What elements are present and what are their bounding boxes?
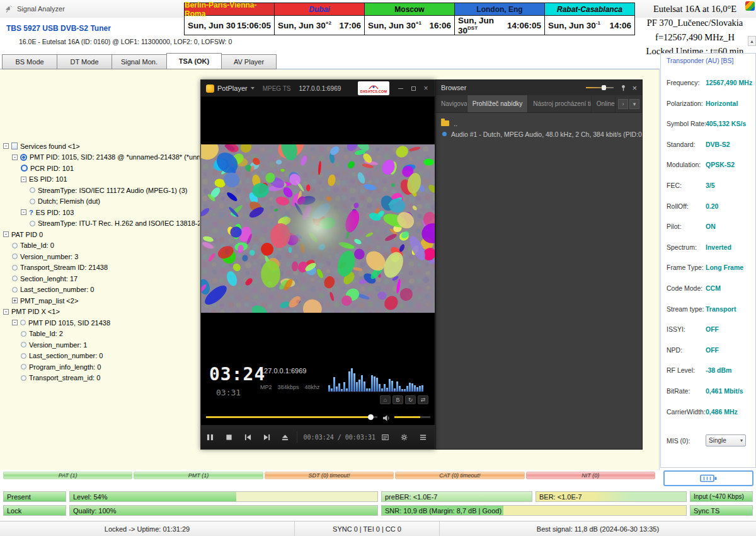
previous-button[interactable] xyxy=(238,425,257,449)
repeat-button[interactable]: ↻ xyxy=(405,395,416,404)
pause-button[interactable] xyxy=(201,425,220,449)
transponder-panel: Transponder (AU) [BS] Frequency:12567,49… xyxy=(660,53,756,468)
pid-bar-sdt-0-timeout: SDT (0) timeout! xyxy=(265,472,394,479)
pin-icon[interactable] xyxy=(620,84,627,91)
tab-tsa-ok[interactable]: TSA (OK) xyxy=(166,53,222,69)
player-close-button[interactable]: × xyxy=(420,83,432,94)
tree-item[interactable]: Section_lenght: 17 xyxy=(3,273,200,284)
volume-slider[interactable] xyxy=(394,416,430,418)
tree-item[interactable]: -?ES PID: 103 xyxy=(3,207,200,218)
slider-knob[interactable] xyxy=(602,85,606,90)
playlist-button[interactable] xyxy=(375,434,394,441)
seek-bar[interactable] xyxy=(206,416,377,418)
menu-button[interactable] xyxy=(413,434,432,441)
ab-repeat-button[interactable]: B xyxy=(392,395,403,404)
volume-icon[interactable] xyxy=(382,413,391,424)
collapse-icon[interactable]: - xyxy=(12,154,18,160)
shuffle-button[interactable]: ⇄ xyxy=(418,395,428,404)
tree-item[interactable]: -Services found <1> xyxy=(3,141,200,152)
tree-item[interactable]: PCR PID: 101 xyxy=(3,163,200,174)
transponder-label: CarrierWidth: xyxy=(667,408,706,428)
browser-tab-navigovat[interactable]: Navigovat xyxy=(436,95,467,112)
tab-scroll-button[interactable]: › xyxy=(618,99,628,109)
tree-item[interactable]: -ES PID: 101 xyxy=(3,174,200,185)
tab-signal-mon[interactable]: Signal Mon. xyxy=(112,54,167,69)
tab-list-button[interactable]: ▾ xyxy=(629,99,639,109)
tab-av-player[interactable]: AV Player xyxy=(221,54,277,69)
tree-item[interactable]: +PMT_map_list <2> xyxy=(3,295,200,306)
browser-close-button[interactable]: × xyxy=(632,83,637,93)
browser-item[interactable]: .. xyxy=(436,118,642,129)
expand-icon[interactable]: + xyxy=(12,298,18,303)
tree-item[interactable]: Last_section_number: 0 xyxy=(3,351,200,362)
browser-opacity-slider[interactable] xyxy=(586,84,614,91)
transponder-value: 405,132 KS/s xyxy=(706,120,746,139)
tab-bs-mode[interactable]: BS Mode xyxy=(2,54,57,69)
tree-item[interactable]: StreamType: ISO/IEC 11172 Audio (MPEG-1)… xyxy=(3,185,200,196)
tree-item[interactable]: Transport_stream_id: 0 xyxy=(3,373,200,384)
tree-label: Version_number: 3 xyxy=(20,253,78,260)
collapse-icon[interactable]: - xyxy=(3,143,9,149)
tree-item[interactable]: Program_info_length: 0 xyxy=(3,361,200,373)
browser-item[interactable]: Audio #1 - Dutch, MPEG Audio, 48.0 kHz, … xyxy=(436,129,642,139)
tree-item[interactable]: StreamType: ITU-T Rec. H.262 and ISO/IEC… xyxy=(3,218,200,230)
tree-item[interactable]: -PMT PID: 1015, SID: 21438 @ *unnamed-21… xyxy=(3,152,200,163)
tuner-detail: 16.0E - Eutelsat 16A (ID: 0160) @ LOF1: … xyxy=(19,38,232,45)
collapse-icon[interactable]: - xyxy=(3,309,9,315)
frequency-info: f=12567,490 MHz_H xyxy=(634,30,756,44)
transponder-value: 3/5 xyxy=(706,182,715,201)
bullet-icon xyxy=(21,331,26,337)
tree-item[interactable]: Dutch; Flemish (dut) xyxy=(3,196,200,207)
collapse-icon[interactable]: - xyxy=(12,320,18,325)
clock-rabat-casablanca: Rabat-CasablancaSun, Jun 30-114:06 xyxy=(544,3,635,35)
transponder-label: Code Mode: xyxy=(667,284,706,304)
tree-label: PMT_map_list <2> xyxy=(20,297,78,305)
collapse-icon[interactable]: - xyxy=(3,231,9,237)
clock-body: Sun, Jun 30+217:06 xyxy=(275,16,364,35)
bullet-icon xyxy=(12,287,18,293)
transponder-title: Transponder (AU) [BS] xyxy=(667,57,733,64)
transponder-value: OFF xyxy=(706,346,719,366)
browser-titlebar[interactable]: Browser × xyxy=(436,80,642,95)
browser-tab-n-stroj-proch-zen-titulk[interactable]: Nástroj procházení titulků xyxy=(528,95,591,112)
device-button[interactable] xyxy=(663,470,753,486)
seek-knob[interactable] xyxy=(368,414,374,420)
tree-item[interactable]: Transport_Stream ID: 21438 xyxy=(3,262,200,274)
transponder-row-stream-type: Stream type:Transport xyxy=(661,304,755,325)
potplayer-titlebar[interactable]: PotPlayer MPEG TS 127.0.0.1:6969 DXSATCS… xyxy=(201,80,435,96)
tree-item[interactable]: Version_number: 3 xyxy=(3,251,200,262)
browser-tab-online[interactable]: Online xyxy=(592,95,616,112)
next-button[interactable] xyxy=(257,425,276,449)
tree-label: Services found <1> xyxy=(20,143,80,150)
home-button[interactable]: ⌂ xyxy=(380,395,391,404)
tree-item[interactable]: Last_section_number: 0 xyxy=(3,284,200,296)
tree-item[interactable]: -PAT PID 0 xyxy=(3,229,200,240)
eject-button[interactable] xyxy=(276,425,295,449)
scroll-up-button[interactable]: ▲ xyxy=(748,36,756,46)
browser-title: Browser xyxy=(441,84,466,91)
tree-item[interactable]: Table_Id: 0 xyxy=(3,240,200,252)
clock-time: 17:06 xyxy=(339,21,361,30)
transponder-value: QPSK-S2 xyxy=(706,161,735,180)
player-maximize-button[interactable] xyxy=(407,83,420,94)
tree-item[interactable]: -PMT PID X <1> xyxy=(3,306,200,318)
browser-tab-prohl-e-nab-dky[interactable]: Prohlížeč nabídky xyxy=(467,95,529,112)
tab-dt-mode[interactable]: DT Mode xyxy=(57,54,112,69)
player-minimize-button[interactable] xyxy=(394,83,407,94)
tree-item[interactable]: -PMT PID 1015, SID 21438 xyxy=(3,317,200,329)
mis-value: Single xyxy=(709,437,726,444)
stop-button[interactable] xyxy=(220,425,239,449)
mis-dropdown[interactable]: Single ▾ xyxy=(706,434,746,446)
transponder-value: -38 dBm xyxy=(706,366,731,386)
potplayer-menu[interactable]: PotPlayer xyxy=(217,84,255,92)
satellite-info-block: Eutelsat 16A at 16,0°E PF 370_Lučenec/Sl… xyxy=(634,2,756,59)
transponder-value: 0,461 Mbit/s xyxy=(706,387,743,407)
collapse-icon[interactable]: - xyxy=(21,209,26,215)
tree-item[interactable]: Version_number: 1 xyxy=(3,339,200,351)
tree-item[interactable]: Table_Id: 2 xyxy=(3,329,200,340)
browser-item-label: Audio #1 - Dutch, MPEG Audio, 48.0 kHz, … xyxy=(451,131,642,138)
satellite-name: Eutelsat 16A at 16,0°E xyxy=(634,2,756,16)
settings-gear-icon[interactable] xyxy=(394,434,413,441)
audio-track-icon xyxy=(442,132,447,136)
collapse-icon[interactable]: - xyxy=(21,177,26,182)
